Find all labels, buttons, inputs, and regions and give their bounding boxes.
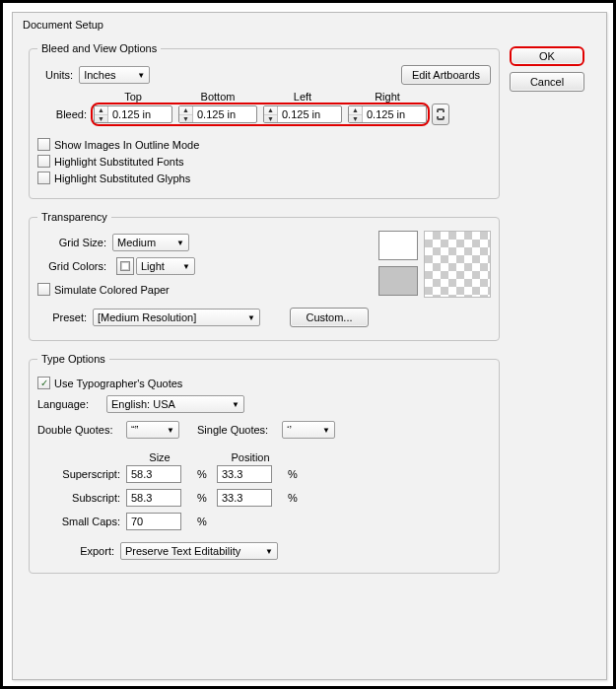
bleed-left-input[interactable]: ▲▼ 0.125 in (263, 105, 342, 123)
single-quotes-label: Single Quotes: (197, 424, 282, 436)
bleed-col-left: Left (260, 91, 345, 103)
bleed-col-top: Top (91, 91, 175, 103)
grid-size-dropdown[interactable]: Medium ▼ (112, 234, 189, 251)
type-options-group: Type Options ✓ Use Typographer's Quotes … (29, 353, 500, 574)
bleed-top-input[interactable]: ▲▼ 0.125 in (94, 105, 172, 123)
grid-colors-swatch[interactable] (116, 257, 134, 275)
paper-gray-swatch[interactable] (378, 266, 418, 296)
single-quotes-dropdown[interactable]: ‘’ ▼ (282, 421, 335, 439)
bleed-view-legend: Bleed and View Options (37, 42, 161, 54)
bleed-col-bottom: Bottom (175, 91, 260, 103)
simulate-paper-checkbox[interactable]: Simulate Colored Paper (37, 283, 359, 296)
superscript-label: Superscript: (37, 468, 126, 480)
double-quotes-dropdown[interactable]: “” ▼ (126, 421, 179, 439)
bleed-right-input[interactable]: ▲▼ 0.125 in (348, 105, 427, 123)
edit-artboards-button[interactable]: Edit Artboards (401, 65, 491, 85)
highlight-fonts-checkbox[interactable]: Highlight Substituted Fonts (37, 155, 491, 168)
grid-size-label: Grid Size: (37, 237, 106, 248)
double-quotes-label: Double Quotes: (37, 424, 126, 436)
chevron-down-icon: ▼ (265, 547, 273, 556)
preset-label: Preset: (37, 311, 87, 323)
chevron-down-icon: ▼ (137, 71, 145, 80)
export-dropdown[interactable]: Preserve Text Editability ▼ (120, 542, 278, 560)
units-label: Units: (45, 69, 73, 81)
bleed-bottom-input[interactable]: ▲▼ 0.125 in (178, 105, 257, 123)
language-dropdown[interactable]: English: USA ▼ (106, 395, 244, 413)
smallcaps-label: Small Caps: (37, 516, 126, 527)
transparency-group: Transparency Grid Size: Medium ▼ (29, 211, 500, 341)
dialog-title: Document Setup (13, 13, 606, 38)
link-bleed-icon[interactable] (432, 103, 449, 125)
size-col: Size (126, 451, 193, 463)
smallcaps-size-input[interactable]: 70 (126, 513, 181, 530)
type-options-legend: Type Options (37, 353, 109, 365)
grid-colors-label: Grid Colors: (37, 260, 106, 272)
export-label: Export: (37, 545, 120, 557)
subscript-size-input[interactable]: 58.3 (126, 489, 181, 507)
typographers-quotes-checkbox[interactable]: ✓ Use Typographer's Quotes (37, 377, 491, 389)
chevron-down-icon: ▼ (247, 313, 255, 322)
bleed-view-group: Bleed and View Options Units: Inches ▼ E… (29, 42, 500, 199)
bleed-label: Bleed: (37, 108, 91, 120)
highlight-glyphs-checkbox[interactable]: Highlight Substituted Glyphs (37, 172, 491, 184)
language-label: Language: (37, 398, 106, 410)
superscript-size-input[interactable]: 58.3 (126, 465, 181, 483)
show-outline-checkbox[interactable]: Show Images In Outline Mode (37, 138, 491, 151)
transparency-preview (424, 231, 491, 298)
bleed-highlight: ▲▼ 0.125 in ▲▼ 0.125 in ▲▼ 0.125 in (91, 103, 430, 126)
grid-colors-dropdown[interactable]: Light ▼ (136, 257, 195, 275)
subscript-label: Subscript: (37, 492, 126, 504)
bleed-col-right: Right (345, 91, 430, 103)
transparency-legend: Transparency (37, 211, 111, 223)
chevron-down-icon: ▼ (322, 426, 330, 435)
units-dropdown[interactable]: Inches ▼ (79, 66, 150, 84)
document-setup-dialog: Document Setup Bleed and View Options Un… (12, 12, 607, 680)
chevron-down-icon: ▼ (167, 426, 174, 435)
custom-button[interactable]: Custom... (290, 308, 369, 327)
subscript-pos-input[interactable]: 33.3 (217, 489, 272, 507)
position-col: Position (217, 451, 284, 463)
chevron-down-icon: ▼ (182, 262, 190, 271)
ok-button[interactable]: OK (510, 46, 584, 66)
cancel-button[interactable]: Cancel (510, 72, 584, 92)
paper-white-swatch[interactable] (378, 231, 418, 260)
chevron-down-icon: ▼ (232, 400, 240, 409)
superscript-pos-input[interactable]: 33.3 (217, 465, 272, 483)
preset-dropdown[interactable]: [Medium Resolution] ▼ (93, 309, 260, 326)
chevron-down-icon: ▼ (176, 239, 184, 247)
